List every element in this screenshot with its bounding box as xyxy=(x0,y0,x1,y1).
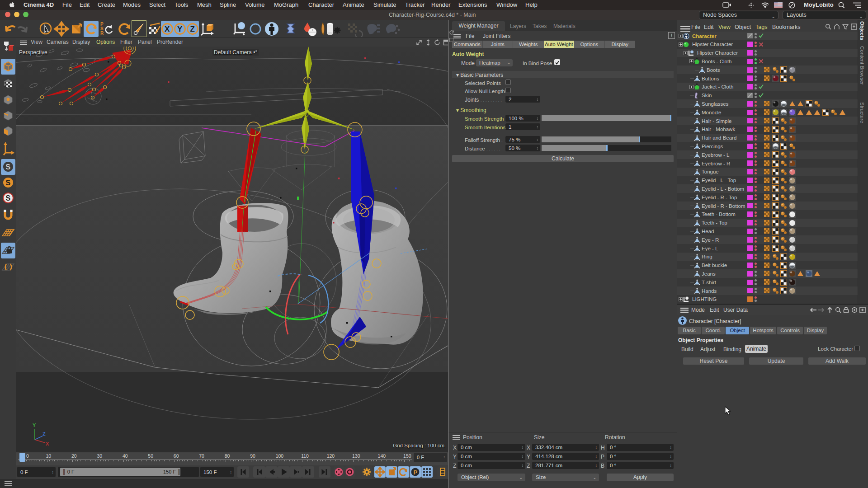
svg-text:P: P xyxy=(414,469,418,476)
svg-text:S: S xyxy=(6,163,11,171)
svg-text:Y: Y xyxy=(177,25,183,33)
svg-text:S: S xyxy=(6,179,11,187)
svg-text:X: X xyxy=(165,25,170,33)
svg-text:Z: Z xyxy=(190,25,195,33)
svg-text:Y: Y xyxy=(33,422,36,428)
svg-text:R: R xyxy=(100,31,104,36)
svg-text:X: X xyxy=(46,441,49,446)
svg-text:Z: Z xyxy=(42,431,46,436)
svg-text:S: S xyxy=(6,194,11,202)
